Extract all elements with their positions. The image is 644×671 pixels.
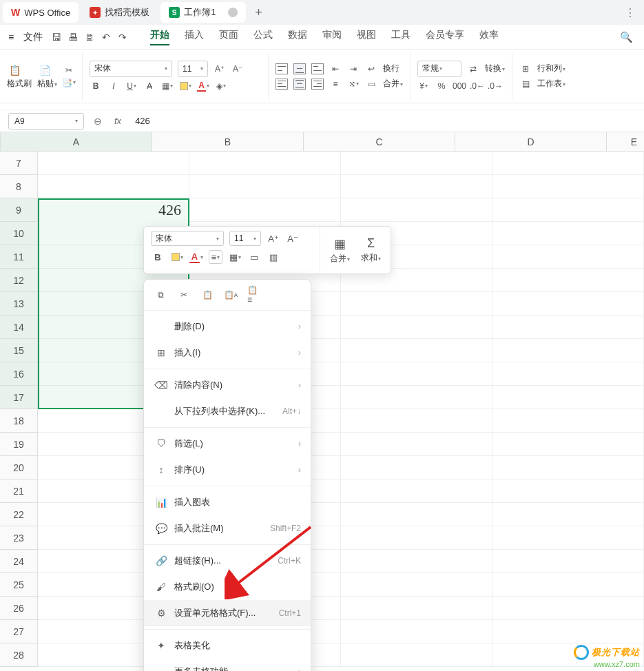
font-size-select[interactable]: 11▾ xyxy=(178,61,208,77)
row-header[interactable]: 17 xyxy=(0,386,38,409)
column-header[interactable]: C xyxy=(304,132,455,151)
ctx-copy-icon[interactable]: ⧉ xyxy=(154,288,167,302)
tab-efficiency[interactable]: 效率 xyxy=(479,29,499,45)
mini-fontcolor-icon[interactable]: A▾ xyxy=(189,250,203,264)
column-header[interactable]: D xyxy=(455,132,607,151)
row-header[interactable]: 22 xyxy=(0,503,38,526)
align-left-icon[interactable] xyxy=(276,79,288,90)
mini-font-select[interactable]: 宋体▾ xyxy=(151,231,224,246)
mini-size-select[interactable]: 11▾ xyxy=(229,231,261,246)
row-header[interactable]: 10 xyxy=(0,222,38,245)
tab-wps-office[interactable]: W WPS Office xyxy=(3,2,79,23)
bold-icon[interactable]: B xyxy=(90,80,102,92)
ctx-insert[interactable]: ⊞插入(I)› xyxy=(144,340,311,366)
underline-icon[interactable]: U▾ xyxy=(125,80,138,92)
row-header[interactable]: 8 xyxy=(0,175,38,198)
decrease-font-icon[interactable]: A⁻ xyxy=(231,63,244,75)
close-icon[interactable] xyxy=(228,8,238,17)
worksheet-icon[interactable]: ▤ xyxy=(519,78,532,90)
merge-icon[interactable]: ▭ xyxy=(365,78,377,90)
format-painter-icon[interactable]: 📋 xyxy=(7,63,22,78)
ctx-hyperlink[interactable]: 🔗超链接(H)...Ctrl+K xyxy=(144,548,311,574)
print-icon[interactable]: 🖶 xyxy=(66,32,80,43)
cancel-icon[interactable]: ⊖ xyxy=(91,116,105,127)
new-tab-button[interactable]: + xyxy=(249,6,268,20)
column-header[interactable]: B xyxy=(152,132,304,151)
paste-icon[interactable]: 📄 xyxy=(37,63,52,78)
row-header[interactable]: 16 xyxy=(0,362,38,386)
tab-data[interactable]: 数据 xyxy=(288,29,307,45)
number-format-select[interactable]: 常规▾ xyxy=(417,61,461,77)
paste-label[interactable]: 粘贴 xyxy=(37,79,54,88)
ctx-insert-chart[interactable]: 📊插入图表 xyxy=(144,489,311,515)
mini-merge-button[interactable]: ▦合并▾ xyxy=(330,236,350,265)
tabs-more-icon[interactable]: ⋮ xyxy=(619,6,641,19)
percent-icon[interactable]: % xyxy=(435,80,448,92)
ctx-paste-special-icon[interactable]: 📋≡ xyxy=(247,288,261,302)
decimal-inc-icon[interactable]: .0← xyxy=(471,80,484,92)
convert-label[interactable]: 转换 xyxy=(485,63,501,73)
ctx-cell-format[interactable]: ⚙设置单元格格式(F)...Ctrl+1 xyxy=(144,600,311,626)
ctx-sort[interactable]: ↕排序(U)› xyxy=(144,457,311,483)
orientation-icon[interactable]: ⤭▾ xyxy=(347,78,360,90)
align-right-icon[interactable] xyxy=(311,79,324,90)
row-header[interactable]: 20 xyxy=(0,456,38,479)
ctx-cut-icon[interactable]: ✂ xyxy=(177,288,191,302)
strike-icon[interactable]: A̶ xyxy=(143,80,156,92)
font-name-select[interactable]: 宋体▾ xyxy=(90,61,172,77)
mini-bold-icon[interactable]: B xyxy=(151,250,165,264)
mini-sum-button[interactable]: Σ求和▾ xyxy=(361,236,381,264)
ctx-format-painter[interactable]: 🖌格式刷(O) xyxy=(144,574,311,600)
align-center-icon[interactable] xyxy=(293,79,306,90)
tab-page[interactable]: 页面 xyxy=(219,29,238,45)
align-middle-icon[interactable] xyxy=(293,63,306,74)
merge-label[interactable]: 合并 xyxy=(383,79,399,88)
worksheet-label[interactable]: 工作表 xyxy=(537,79,562,88)
row-header[interactable]: 14 xyxy=(0,316,38,339)
tab-start[interactable]: 开始 xyxy=(150,29,169,45)
increase-font-icon[interactable]: A⁺ xyxy=(214,63,226,75)
ctx-paste-text-icon[interactable]: 📋A xyxy=(224,288,238,302)
wrap-label[interactable]: 换行 xyxy=(383,63,399,74)
formula-value[interactable]: 426 xyxy=(131,116,150,126)
row-header[interactable]: 24 xyxy=(0,550,38,573)
rowcol-icon[interactable]: ⊞ xyxy=(519,63,532,75)
rowcol-label[interactable]: 行和列 xyxy=(537,63,562,73)
row-header[interactable]: 15 xyxy=(0,339,38,362)
copy-icon[interactable]: 📑▾ xyxy=(63,76,75,89)
row-header[interactable]: 21 xyxy=(0,479,38,503)
row-header[interactable]: 28 xyxy=(0,643,38,667)
align-bottom-icon[interactable] xyxy=(311,63,324,74)
row-header[interactable]: 12 xyxy=(0,269,38,292)
hamburger-icon[interactable]: ≡ xyxy=(6,32,17,43)
ctx-more-table[interactable]: 更多表格功能› xyxy=(144,659,311,671)
tab-view[interactable]: 视图 xyxy=(357,29,376,45)
clear-format-icon[interactable]: ◈▾ xyxy=(215,80,227,92)
ctx-beautify[interactable]: ✦表格美化 xyxy=(144,632,311,659)
row-header[interactable]: 13 xyxy=(0,292,38,316)
fx-icon[interactable]: fx xyxy=(112,116,124,126)
tab-formula[interactable]: 公式 xyxy=(253,29,273,45)
decimal-dec-icon[interactable]: .0→ xyxy=(489,80,501,92)
border-icon[interactable]: ▦▾ xyxy=(161,80,174,92)
mini-border-icon[interactable]: ▦▾ xyxy=(228,250,242,264)
mini-inc-font-icon[interactable]: A⁺ xyxy=(267,231,280,245)
row-header[interactable]: 23 xyxy=(0,526,38,550)
file-menu[interactable]: 文件 xyxy=(19,31,47,43)
convert-icon[interactable]: ⇄ xyxy=(467,63,479,75)
ctx-insert-comment[interactable]: 💬插入批注(M)Shift+F2 xyxy=(144,515,311,541)
row-header[interactable]: 27 xyxy=(0,620,38,643)
row-header[interactable]: 9 xyxy=(0,198,38,222)
row-header[interactable]: 11 xyxy=(0,245,38,269)
font-color-icon[interactable]: A▾ xyxy=(197,80,209,92)
column-header[interactable]: A xyxy=(1,132,152,151)
cell-a9-value[interactable]: 426 xyxy=(38,198,189,222)
mini-align-icon[interactable]: ≡▾ xyxy=(209,250,222,264)
column-header[interactable]: E xyxy=(607,132,644,151)
cut-icon[interactable]: ✂ xyxy=(63,64,75,76)
redo-icon[interactable]: ↷ xyxy=(116,32,129,43)
tab-workbook[interactable]: S 工作簿1 xyxy=(160,2,246,23)
row-header[interactable]: 18 xyxy=(0,409,38,433)
wrap-icon[interactable]: ↩ xyxy=(365,63,377,75)
tab-member[interactable]: 会员专享 xyxy=(426,29,464,45)
